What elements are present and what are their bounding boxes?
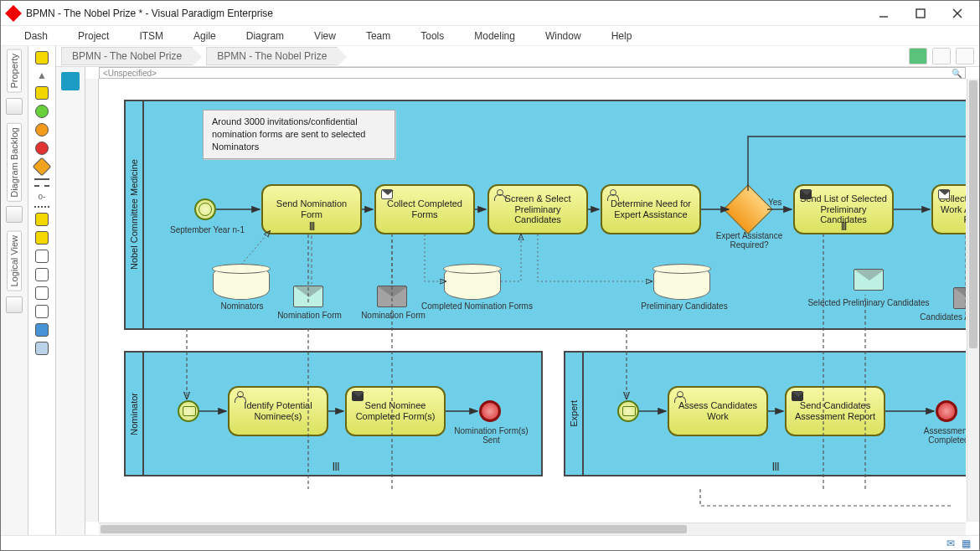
scrollbar-horizontal[interactable]: [99, 523, 966, 535]
side-tool-icon[interactable]: [6, 296, 23, 313]
shape-palette: ▲ o-: [28, 46, 56, 535]
user-task-icon: [494, 189, 506, 201]
side-tool-icon[interactable]: [6, 98, 23, 115]
palette-subprocess-icon[interactable]: [35, 213, 49, 226]
side-tab-backlog[interactable]: Diagram Backlog: [7, 123, 22, 202]
stereotype-bar[interactable]: <Unspecified> 🔍: [99, 67, 966, 79]
toolbar-comment-icon[interactable]: [909, 48, 927, 64]
task-send-list[interactable]: Send List of Selected Preliminary Candid…: [793, 184, 894, 234]
datastore-completed-forms[interactable]: [444, 265, 501, 300]
palette-call-activity-icon[interactable]: [35, 231, 49, 245]
palette-gateway-icon[interactable]: [33, 157, 52, 177]
palette-start-event-icon[interactable]: [35, 105, 49, 118]
palette-data-output-icon[interactable]: [35, 286, 49, 300]
side-tab-property[interactable]: Property: [7, 49, 22, 93]
toolbar-export-icon[interactable]: [956, 48, 974, 64]
user-task-icon: [235, 391, 246, 403]
side-tool-icon[interactable]: [6, 206, 23, 223]
end-event[interactable]: [936, 400, 957, 422]
menu-dash[interactable]: Dash: [9, 28, 63, 44]
task-collect-forms[interactable]: Collect Completed Forms: [374, 184, 475, 234]
mail-icon[interactable]: ✉: [946, 538, 955, 549]
palette-end-event-icon[interactable]: [35, 142, 49, 155]
menu-window[interactable]: Window: [530, 28, 596, 44]
end-event[interactable]: [479, 400, 501, 422]
pool-nominator[interactable]: Nominator Identify Potential Nominee(s) …: [124, 351, 543, 476]
palette-data-store-icon[interactable]: [35, 305, 49, 318]
menu-diagram[interactable]: Diagram: [231, 28, 299, 44]
task-send-assessment[interactable]: Send Candidates Assessment Report: [785, 386, 885, 436]
palette-data-object-icon[interactable]: [35, 250, 49, 263]
menu-help[interactable]: Help: [596, 28, 647, 44]
message-label: Nomination Form: [353, 311, 433, 320]
menu-view[interactable]: View: [299, 28, 351, 44]
pool-expert[interactable]: Expert Assess Candidates Work Send Candi…: [564, 351, 966, 476]
datastore-nominators[interactable]: [213, 265, 270, 300]
menu-itsm[interactable]: ITSM: [124, 28, 178, 44]
task-identify-nominees[interactable]: Identify Potential Nominee(s): [228, 386, 328, 436]
message-selected-candidates[interactable]: [854, 269, 884, 291]
datastore-label: Completed Nomination Forms: [412, 301, 542, 311]
menu-modeling[interactable]: Modeling: [459, 28, 530, 44]
palette-pool-icon[interactable]: [35, 51, 49, 64]
breadcrumb-item[interactable]: BPMN - The Nobel Prize: [206, 47, 338, 65]
user-task-icon: [607, 189, 619, 201]
menu-tools[interactable]: Tools: [405, 28, 459, 44]
window-title: BPMN - The Nobel Prize * - Visual Paradi…: [26, 8, 865, 19]
message-assessment-in[interactable]: [953, 287, 966, 309]
text-annotation[interactable]: Around 3000 invitations/confidential nom…: [203, 110, 395, 159]
status-bar: ✉ ▦: [1, 535, 979, 550]
start-event-timer[interactable]: [194, 198, 216, 220]
task-screen-select[interactable]: Screen & Select Preliminary Candidates: [487, 184, 588, 234]
svg-line-11: [241, 231, 270, 265]
message-nomination-form-out[interactable]: [293, 286, 323, 307]
task-determine-need[interactable]: Determine Need for Expert Assistance: [601, 184, 701, 234]
datastore-label: Preliminary Candidates: [626, 301, 743, 311]
palette-intermediate-event-icon[interactable]: [35, 123, 49, 136]
pool-nobel-committee[interactable]: Nobel Committee Medicine Around 3000 inv…: [124, 100, 966, 330]
event-label: Assessments Completed: [909, 426, 966, 445]
palette-group-icon[interactable]: [35, 323, 49, 337]
start-event-message[interactable]: [617, 400, 639, 422]
maximize-button[interactable]: [902, 1, 939, 25]
task-assess-candidates[interactable]: Assess Candidates Work: [668, 386, 768, 436]
side-tab-logical[interactable]: Logical View: [7, 231, 22, 291]
pointer-tool-icon[interactable]: [61, 72, 80, 90]
ruler-vertical: [85, 79, 99, 522]
gateway-expert-required[interactable]: [723, 184, 772, 234]
menu-agile[interactable]: Agile: [178, 28, 231, 44]
pool-header[interactable]: Nobel Committee Medicine: [126, 101, 144, 328]
task-send-nomination[interactable]: Send Nomination Form |||: [261, 184, 362, 234]
palette-task-icon[interactable]: [35, 86, 49, 100]
event-label: Nomination Form(s) Sent: [447, 426, 535, 445]
palette-association-icon[interactable]: [34, 206, 49, 208]
palette-data-input-icon[interactable]: [35, 268, 49, 281]
send-icon: [352, 391, 364, 401]
send-icon: [792, 391, 803, 401]
send-icon: [800, 189, 812, 199]
pool-header[interactable]: Nominator: [126, 353, 144, 475]
gateway-label: Expert Assistance Required?: [705, 231, 793, 250]
user-task-icon: [674, 391, 686, 403]
task-send-nominee-forms[interactable]: Send Nominee Completed Form(s): [345, 386, 446, 436]
palette-sequence-flow-icon[interactable]: [34, 178, 49, 180]
task-collect-assessment[interactable]: Collect Candidates Work Assessment Repor…: [931, 184, 966, 234]
diagram-toolbar: [56, 67, 85, 535]
start-event-message[interactable]: [178, 400, 199, 422]
palette-text-annotation-icon[interactable]: [35, 342, 49, 355]
app-logo-icon: [5, 5, 22, 22]
message-nomination-form-in[interactable]: [377, 286, 407, 307]
layout-icon[interactable]: ▦: [962, 538, 971, 549]
scrollbar-vertical[interactable]: [967, 79, 979, 522]
breadcrumb-item[interactable]: BPMN - The Nobel Prize: [61, 47, 193, 65]
close-button[interactable]: [939, 1, 976, 25]
minimize-button[interactable]: [865, 1, 902, 25]
pool-header[interactable]: Expert: [565, 353, 584, 475]
toolbar-layout-icon[interactable]: [932, 48, 951, 64]
menu-project[interactable]: Project: [63, 28, 124, 44]
datastore-preliminary-candidates[interactable]: [653, 265, 710, 300]
menu-team[interactable]: Team: [351, 28, 405, 44]
diagram-canvas[interactable]: <Unspecified> 🔍 Nobel Committee Medicine…: [85, 67, 979, 535]
palette-message-flow-icon[interactable]: [34, 185, 49, 187]
svg-rect-1: [916, 9, 925, 18]
